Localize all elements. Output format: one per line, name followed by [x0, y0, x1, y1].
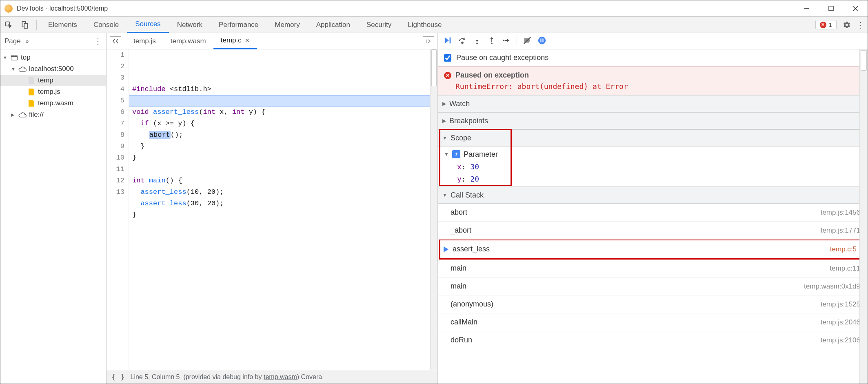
- editor-statusbar: { } Line 5, Column 5 (provided via debug…: [107, 370, 437, 384]
- file-icon: [29, 89, 34, 95]
- window-title: DevTools - localhost:5000/temp: [17, 5, 794, 12]
- svg-point-15: [503, 40, 505, 41]
- navigator-tab-page[interactable]: Page: [4, 37, 21, 45]
- deactivate-breakpoints-icon[interactable]: [523, 36, 532, 46]
- exception-message: RuntimeError: abort(undefined) at Error: [455, 82, 862, 91]
- callstack-frame[interactable]: (anonymous)temp.js:1525: [438, 295, 868, 313]
- tab-performance[interactable]: Performance: [211, 17, 266, 33]
- svg-point-11: [476, 43, 478, 44]
- tab-security[interactable]: Security: [358, 17, 400, 33]
- svg-marker-16: [507, 39, 510, 42]
- editor-pane: temp.js temp.wasm temp.c✕ 12345678910111…: [107, 33, 438, 384]
- file-tree: ▼ top ▼ localhost:5000 temp temp.js: [0, 49, 106, 123]
- scope-category[interactable]: ▼ f Parameter: [444, 148, 868, 160]
- resume-icon[interactable]: [443, 36, 452, 46]
- step-into-icon[interactable]: [473, 36, 482, 46]
- devtools-window: DevTools - localhost:5000/temp Elements …: [0, 0, 868, 384]
- tab-elements[interactable]: Elements: [40, 17, 85, 33]
- navigator-more-icon[interactable]: »: [26, 38, 29, 44]
- tree-file-temp-js[interactable]: temp.js: [0, 86, 106, 98]
- debugger-scrollbar[interactable]: [859, 49, 868, 384]
- file-icon: [29, 77, 34, 84]
- more-menu-icon[interactable]: ⋮: [854, 20, 868, 30]
- svg-rect-13: [491, 38, 492, 42]
- step-over-icon[interactable]: [458, 36, 467, 46]
- error-badge[interactable]: ✕ 1: [815, 20, 837, 29]
- app-icon: [4, 4, 13, 13]
- callstack-highlight-box: assert_lesstemp.c:5: [439, 239, 865, 260]
- scope-body: ▼ f Parameter x: 30 y: 20: [438, 146, 868, 186]
- cloud-icon: [18, 66, 27, 72]
- tree-file-temp-wasm[interactable]: temp.wasm: [0, 98, 106, 109]
- devtools-tabstrip: Elements Console Sources Network Perform…: [0, 17, 868, 33]
- tab-memory[interactable]: Memory: [266, 17, 308, 33]
- inspect-icon[interactable]: [0, 21, 17, 29]
- callstack-frame[interactable]: _aborttemp.js:1771: [438, 222, 868, 240]
- debugger-toolbar: [438, 33, 868, 49]
- separator: [36, 20, 37, 30]
- file-tab-temp-js[interactable]: temp.js: [126, 33, 163, 49]
- navigator-pane: Page » ⋮ ▼ top ▼ localhost:5000 t: [0, 33, 107, 384]
- frame-icon: [11, 55, 18, 60]
- tree-file-temp[interactable]: temp: [0, 75, 106, 86]
- file-tab-temp-c[interactable]: temp.c✕: [213, 33, 257, 49]
- pause-caught-option[interactable]: Pause on caught exceptions: [438, 49, 868, 67]
- maximize-button[interactable]: [819, 0, 843, 17]
- cloud-icon: [18, 112, 27, 118]
- navigator-header: Page » ⋮: [0, 33, 106, 49]
- settings-gear-icon[interactable]: [840, 21, 854, 29]
- close-tab-icon[interactable]: ✕: [245, 37, 250, 44]
- exception-title: Paused on exception: [455, 71, 529, 80]
- editor-tabstrip: temp.js temp.wasm temp.c✕: [107, 33, 437, 49]
- debugger-pane: Pause on caught exceptions ✕ Paused on e…: [438, 33, 868, 384]
- function-badge-icon: f: [452, 150, 460, 158]
- exception-banner: ✕ Paused on exception RuntimeError: abor…: [438, 67, 868, 95]
- error-icon: ✕: [820, 22, 826, 28]
- scope-var-y[interactable]: y: 20: [444, 173, 868, 185]
- scope-section[interactable]: ▼Scope: [438, 129, 868, 146]
- editor-scrollbar[interactable]: [430, 49, 437, 370]
- callstack-frame[interactable]: doRuntemp.js:2106: [438, 331, 868, 349]
- svg-rect-6: [24, 23, 27, 28]
- debug-info-link[interactable]: temp.wasm: [264, 373, 297, 380]
- file-tab-temp-wasm[interactable]: temp.wasm: [163, 33, 213, 49]
- code-editor[interactable]: 12345678910111213 #include <stdlib.h>voi…: [107, 49, 437, 370]
- callstack-section[interactable]: ▼Call Stack: [438, 186, 868, 204]
- cursor-position: Line 5, Column 5 (provided via debug inf…: [131, 373, 322, 381]
- svg-rect-20: [542, 38, 543, 42]
- nav-history-icon[interactable]: [110, 36, 121, 46]
- minimize-button[interactable]: [794, 0, 819, 17]
- callstack-frame[interactable]: aborttemp.js:1456: [438, 204, 868, 222]
- line-gutter: 12345678910111213: [107, 49, 129, 370]
- tab-application[interactable]: Application: [308, 17, 358, 33]
- tab-sources[interactable]: Sources: [127, 17, 169, 33]
- scope-var-x[interactable]: x: 30: [444, 160, 868, 173]
- device-toggle-icon[interactable]: [17, 21, 33, 29]
- callstack-frame[interactable]: maintemp.wasm:0x1d9: [438, 277, 868, 295]
- navigator-menu-icon[interactable]: ⋮: [94, 36, 102, 46]
- tab-console[interactable]: Console: [85, 17, 127, 33]
- close-button[interactable]: [843, 0, 868, 17]
- svg-point-9: [462, 42, 463, 44]
- svg-rect-1: [829, 6, 833, 11]
- tree-top[interactable]: ▼ top: [0, 52, 106, 63]
- pause-caught-checkbox[interactable]: [444, 54, 451, 62]
- tab-lighthouse[interactable]: Lighthouse: [400, 17, 450, 33]
- tree-host[interactable]: ▼ localhost:5000: [0, 63, 106, 75]
- callstack-frame[interactable]: callMaintemp.js:2046: [438, 313, 868, 331]
- file-icon: [29, 100, 34, 107]
- callstack-frame[interactable]: maintemp.c:11: [438, 260, 868, 277]
- breakpoints-section[interactable]: ▶Breakpoints: [438, 112, 868, 129]
- svg-point-14: [491, 43, 493, 44]
- snippet-run-icon[interactable]: [423, 36, 434, 46]
- step-icon[interactable]: [502, 36, 511, 46]
- pause-exceptions-icon[interactable]: [537, 36, 546, 46]
- titlebar: DevTools - localhost:5000/temp: [0, 0, 868, 17]
- watch-section[interactable]: ▶Watch: [438, 95, 868, 112]
- tree-file-scheme[interactable]: ▶ file://: [0, 109, 106, 120]
- callstack-frame[interactable]: assert_lesstemp.c:5: [440, 240, 864, 258]
- tab-network[interactable]: Network: [169, 17, 211, 33]
- step-out-icon[interactable]: [487, 36, 496, 46]
- svg-rect-8: [450, 38, 451, 44]
- pretty-print-icon[interactable]: { }: [111, 373, 125, 381]
